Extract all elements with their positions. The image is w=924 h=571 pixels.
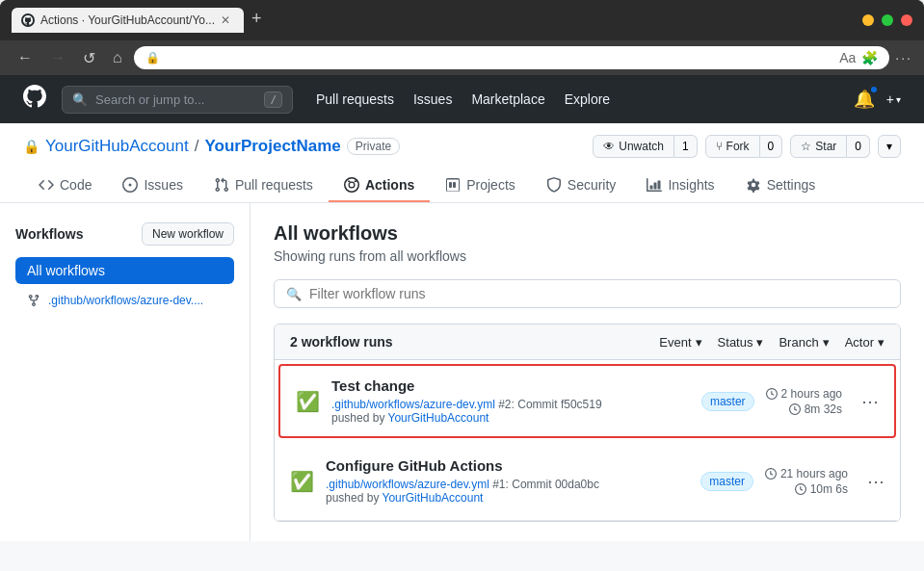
repo-header: 🔒 YourGitHubAccount / YourProjectName Pr… [0,123,924,203]
browser-tab[interactable]: Actions · YourGitHubAccount/Yo... ✕ [12,8,244,33]
star-count[interactable]: 0 [847,135,870,158]
search-kbd: / [264,91,282,108]
filter-actor-button[interactable]: Actor ▾ [845,335,884,350]
main-nav: Pull requests Issues Marketplace Explore [316,91,610,107]
github-logo[interactable] [23,85,46,114]
tab-actions[interactable]: Actions [329,169,430,202]
star-count-value: 0 [855,140,861,153]
star-dropdown[interactable]: ▾ [878,135,901,158]
tab-title: Actions · YourGitHubAccount/Yo... [40,13,215,27]
run-item-2[interactable]: ✅ Configure GitHub Actions .github/workf… [275,442,900,521]
filter-actor-label: Actor [845,335,874,350]
browser-window: Actions · YourGitHubAccount/Yo... ✕ + — … [0,0,924,541]
run-2-title: Configure GitHub Actions [326,457,689,474]
search-box[interactable]: 🔍 Search or jump to... / [62,86,293,114]
refresh-button[interactable]: ↺ [77,47,101,69]
filter-branch-button[interactable]: Branch ▾ [779,335,829,350]
run-2-workflow-link[interactable]: .github/workflows/azure-dev.yml [326,478,489,491]
runs-table-header: 2 workflow runs Event ▾ Status ▾ Branch … [275,324,900,360]
run-2-more-button[interactable]: ⋯ [867,471,884,492]
filter-bar[interactable]: 🔍 [274,279,901,308]
more-options-button[interactable]: ··· [895,50,912,65]
star-label: Star [815,140,836,153]
tab-projects[interactable]: Projects [430,169,531,202]
repo-separator: / [195,137,199,156]
window-controls: — [862,14,912,26]
run-1-more-button[interactable]: ⋯ [861,391,879,412]
repo-lock-icon: 🔒 [23,139,40,154]
github-header: 🔍 Search or jump to... / Pull requests I… [0,75,924,123]
all-workflows-item[interactable]: All workflows [15,257,234,284]
run-1-user-link[interactable]: YourGitHubAccount [388,411,489,425]
star-group: ☆ Star 0 [790,135,870,158]
home-button[interactable]: ⌂ [107,47,128,68]
run-2-pushed: pushed by [326,491,383,505]
run-1-time-ago: 2 hours ago [766,387,842,401]
filter-input[interactable] [309,286,888,301]
filter-status-label: Status [718,335,753,350]
plus-menu[interactable]: + ▾ [886,91,901,107]
nav-issues[interactable]: Issues [413,91,452,107]
maximize-button[interactable] [882,14,893,26]
search-placeholder: Search or jump to... [95,92,256,107]
run-1-workflow-link[interactable]: .github/workflows/azure-dev.yml [331,398,495,411]
repo-title: 🔒 YourGitHubAccount / YourProjectName Pr… [23,137,400,156]
fork-count[interactable]: 0 [760,135,783,158]
run-2-timing: 21 hours ago 10m 6s [765,467,848,496]
unwatch-count[interactable]: 1 [674,135,698,158]
run-2-status-icon: ✅ [290,470,314,493]
minimize-button[interactable]: — [862,14,874,26]
page-content: 🔍 Search or jump to... / Pull requests I… [0,75,924,541]
extensions-icon: 🧩 [861,50,878,65]
tab-issues[interactable]: Issues [107,169,198,202]
tab-code[interactable]: Code [23,169,107,202]
run-1-duration: 8m 32s [789,402,842,416]
run-2-time-value: 21 hours ago [780,467,848,480]
fork-label: Fork [726,140,750,153]
nav-pull-requests[interactable]: Pull requests [316,91,394,107]
nav-bar: ← → ↺ ⌂ 🔒 https://github.c... Aa 🧩 ··· [0,40,924,75]
read-mode-icon: Aa [839,50,856,65]
address-bar[interactable]: 🔒 https://github.c... Aa 🧩 [134,46,890,69]
sidebar: Workflows New workflow All workflows .gi… [0,203,251,541]
repo-title-row: 🔒 YourGitHubAccount / YourProjectName Pr… [23,135,901,158]
new-tab-button[interactable]: + [244,9,270,33]
filter-status-button[interactable]: Status ▾ [718,335,764,350]
tab-pull-requests[interactable]: Pull requests [198,169,329,202]
repo-name-link[interactable]: YourProjectName [204,137,340,156]
new-workflow-button[interactable]: New workflow [142,222,234,246]
unwatch-button[interactable]: 👁 Unwatch [593,135,674,158]
fork-button[interactable]: ⑂ Fork [705,135,760,158]
close-tab-icon[interactable]: ✕ [221,13,230,27]
repo-owner-link[interactable]: YourGitHubAccount [45,137,189,156]
run-item-1[interactable]: ✅ Test change .github/workflows/azure-de… [278,364,896,438]
fork-icon: ⑂ [716,140,723,153]
run-2-user-link[interactable]: YourGitHubAccount [383,491,484,505]
forward-button[interactable]: → [44,47,71,68]
run-1-title: Test change [331,377,690,394]
run-2-time-ago: 21 hours ago [765,467,848,480]
back-button[interactable]: ← [12,47,39,68]
repo-actions: 👁 Unwatch 1 ⑂ Fork 0 [593,135,901,158]
star-icon: ☆ [801,140,811,153]
close-button[interactable] [901,14,912,26]
header-actions: 🔔 + ▾ [854,89,901,110]
tab-security[interactable]: Security [531,169,632,202]
unwatch-count-value: 1 [682,140,689,153]
address-input[interactable]: https://github.c... [166,51,834,65]
notifications-bell[interactable]: 🔔 [854,89,875,110]
run-1-branch-badge: master [701,392,754,411]
filter-event-button[interactable]: Event ▾ [659,335,701,350]
all-workflows-label: All workflows [27,263,105,278]
star-button[interactable]: ☆ Star [790,135,847,158]
workflow-file-item[interactable]: .github/workflows/azure-dev.... [15,288,234,313]
nav-explore[interactable]: Explore [565,91,610,107]
tab-insights[interactable]: Insights [631,169,729,202]
tab-settings[interactable]: Settings [730,169,832,202]
filter-event-label: Event [659,335,691,350]
run-2-duration-value: 10m 6s [810,482,848,496]
nav-marketplace[interactable]: Marketplace [471,91,544,107]
eye-icon: 👁 [603,140,615,153]
run-1-status-icon: ✅ [296,390,320,413]
repo-tabs: Code Issues Pull requests Actions Projec… [23,169,901,202]
